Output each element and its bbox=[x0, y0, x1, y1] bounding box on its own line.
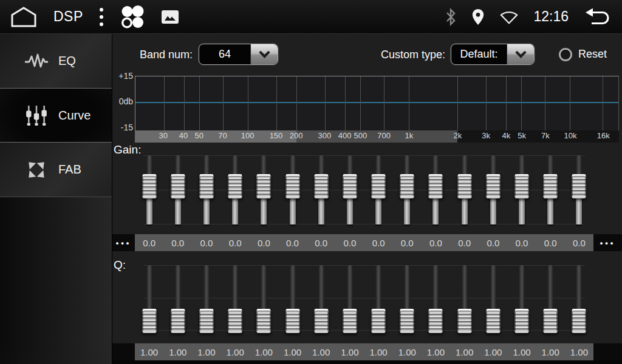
gain-slider[interactable] bbox=[400, 155, 414, 224]
q-slider[interactable] bbox=[228, 265, 242, 331]
gain-slider-thumb[interactable] bbox=[429, 174, 443, 198]
freq-tick-label: 16k bbox=[597, 131, 610, 140]
gain-value: 0.0 bbox=[250, 234, 278, 251]
back-icon[interactable] bbox=[583, 7, 612, 27]
q-slider[interactable] bbox=[514, 265, 529, 331]
q-slider-thumb[interactable] bbox=[228, 309, 242, 333]
gain-slider[interactable] bbox=[228, 155, 242, 224]
q-slider[interactable] bbox=[256, 265, 271, 331]
clock: 12:16 bbox=[533, 8, 569, 25]
q-slider-thumb[interactable] bbox=[314, 309, 328, 333]
q-slider-thumb[interactable] bbox=[171, 309, 185, 333]
q-slider[interactable] bbox=[199, 265, 214, 331]
gain-slider-thumb[interactable] bbox=[228, 174, 242, 198]
gain-slider[interactable] bbox=[457, 155, 472, 224]
q-scroll-right-button[interactable] bbox=[593, 343, 622, 360]
q-slider-thumb[interactable] bbox=[429, 309, 443, 333]
q-slider-thumb[interactable] bbox=[515, 309, 529, 333]
gain-slider[interactable] bbox=[256, 155, 271, 224]
q-scroll-left-button[interactable] bbox=[112, 343, 135, 360]
gain-slider[interactable] bbox=[486, 155, 501, 224]
q-slider[interactable] bbox=[543, 265, 558, 331]
gain-slider[interactable] bbox=[314, 155, 329, 224]
q-slider[interactable] bbox=[171, 265, 185, 331]
gain-slider-thumb[interactable] bbox=[199, 174, 213, 198]
gain-slider[interactable] bbox=[199, 155, 214, 224]
q-slider-thumb[interactable] bbox=[142, 309, 156, 333]
custom-type-select[interactable]: Default: bbox=[451, 44, 535, 65]
q-slider-thumb[interactable] bbox=[285, 309, 299, 333]
sidebar-item-fab[interactable]: FAB bbox=[0, 143, 112, 197]
q-slider[interactable] bbox=[343, 265, 357, 331]
q-slider-thumb[interactable] bbox=[572, 309, 586, 333]
gain-slider[interactable] bbox=[371, 155, 386, 224]
gain-slider-thumb[interactable] bbox=[372, 174, 386, 198]
freq-tick-label: 50 bbox=[194, 131, 203, 140]
q-slider[interactable] bbox=[486, 265, 501, 331]
gain-slider-thumb[interactable] bbox=[343, 174, 357, 198]
q-value: 1.00 bbox=[479, 343, 507, 360]
gain-slider-thumb[interactable] bbox=[314, 174, 328, 198]
gallery-icon[interactable] bbox=[161, 10, 179, 24]
gain-slider-thumb[interactable] bbox=[257, 174, 271, 198]
q-slider-thumb[interactable] bbox=[343, 309, 357, 333]
freq-tick-label: 100 bbox=[241, 131, 255, 140]
q-slider[interactable] bbox=[142, 265, 157, 331]
q-slider[interactable] bbox=[572, 265, 586, 331]
gain-slider-column bbox=[479, 155, 507, 224]
q-slider-column bbox=[393, 265, 422, 331]
gain-slider-column bbox=[393, 155, 422, 224]
apps-clover-icon[interactable] bbox=[120, 4, 145, 30]
gain-slider-thumb[interactable] bbox=[142, 174, 156, 198]
kebab-menu-icon[interactable] bbox=[99, 6, 104, 28]
q-slider-thumb[interactable] bbox=[457, 309, 471, 333]
q-slider[interactable] bbox=[457, 265, 472, 331]
q-slider[interactable] bbox=[371, 265, 386, 331]
gain-slider-thumb[interactable] bbox=[457, 174, 471, 198]
gain-slider[interactable] bbox=[285, 155, 300, 224]
gain-value: 0.0 bbox=[565, 234, 593, 251]
q-value: 1.00 bbox=[565, 343, 593, 360]
gain-slider-thumb[interactable] bbox=[285, 174, 299, 198]
freq-gridline bbox=[360, 76, 361, 130]
gain-slider-thumb[interactable] bbox=[544, 174, 558, 198]
gain-slider-thumb[interactable] bbox=[572, 174, 586, 198]
q-slider-thumb[interactable] bbox=[199, 309, 213, 333]
location-icon bbox=[471, 8, 485, 25]
gain-slider[interactable] bbox=[572, 155, 586, 224]
gain-slider-column bbox=[364, 155, 393, 224]
q-slider-thumb[interactable] bbox=[372, 309, 386, 333]
band-num-select[interactable]: 64 bbox=[199, 44, 278, 65]
gain-slider[interactable] bbox=[142, 155, 157, 224]
q-slider[interactable] bbox=[428, 265, 443, 331]
gain-slider-thumb[interactable] bbox=[486, 174, 500, 198]
gain-slider-column bbox=[221, 155, 250, 224]
q-slider-thumb[interactable] bbox=[544, 309, 558, 333]
gain-slider[interactable] bbox=[428, 155, 443, 224]
gain-slider-thumb[interactable] bbox=[171, 174, 185, 198]
gain-slider-thumb[interactable] bbox=[400, 174, 414, 198]
gain-slider[interactable] bbox=[543, 155, 558, 224]
q-slider-thumb[interactable] bbox=[400, 309, 414, 333]
gain-slider[interactable] bbox=[343, 155, 357, 224]
gain-scroll-right-button[interactable]: ••• bbox=[593, 234, 622, 251]
q-slider-column bbox=[507, 265, 536, 331]
home-icon[interactable] bbox=[10, 6, 38, 28]
q-slider[interactable] bbox=[400, 265, 414, 331]
q-slider[interactable] bbox=[285, 265, 300, 331]
q-slider[interactable] bbox=[314, 265, 329, 331]
reset-button[interactable]: Reset bbox=[559, 44, 607, 65]
sidebar-item-curve[interactable]: Curve bbox=[0, 88, 112, 143]
q-slider-column bbox=[422, 265, 450, 331]
q-slider-thumb[interactable] bbox=[486, 309, 500, 333]
freq-tick-label: 400 bbox=[338, 131, 352, 140]
gain-slider[interactable] bbox=[171, 155, 185, 224]
freq-gridline bbox=[570, 76, 570, 130]
q-slider-thumb[interactable] bbox=[257, 309, 271, 333]
gain-scroll-left-button[interactable]: ••• bbox=[112, 234, 135, 251]
sidebar-item-eq[interactable]: EQ bbox=[0, 34, 112, 88]
gain-slider[interactable] bbox=[514, 155, 529, 224]
gain-slider-column bbox=[135, 155, 163, 224]
gain-slider-thumb[interactable] bbox=[515, 174, 529, 198]
gain-value: 0.0 bbox=[192, 234, 220, 251]
